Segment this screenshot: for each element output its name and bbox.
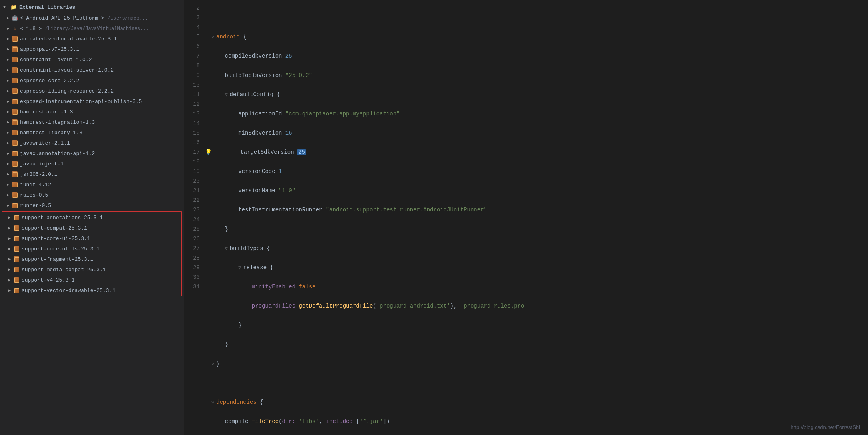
lib-icon — [11, 129, 18, 136]
lib-icon — [11, 119, 18, 125]
code-text[interactable]: ▽android { compileSdkVersion 25 buildToo… — [205, 0, 868, 435]
tree-item-constraint-solver[interactable]: ▶ constraint-layout-solver-1.0.2 — [0, 65, 184, 75]
tree-item-java[interactable]: ▶ ☕ < 1.8 > /Library/Java/JavaVirtualMac… — [0, 23, 184, 34]
tree-item-hamcrest-library[interactable]: ▶ hamcrest-library-1.3 — [0, 127, 184, 138]
code-line-6: ▽defaultConfig { — [211, 90, 868, 99]
lib-icon — [11, 46, 18, 52]
lib-icon — [11, 56, 18, 63]
tree-item-hamcrest-integration[interactable]: ▶ hamcrest-integration-1.3 — [0, 117, 184, 127]
tree-item-jsr305[interactable]: ▶ jsr305-2.0.1 — [0, 169, 184, 179]
lib-icon — [11, 161, 18, 167]
lib-icon — [13, 287, 20, 294]
lib-icon — [13, 246, 20, 252]
tree-item-runner[interactable]: ▶ runner-0.5 — [0, 200, 184, 211]
folder-icon: 📁 — [10, 4, 17, 10]
code-line-22: ▽dependencies { — [211, 397, 868, 407]
tree-item-android-api[interactable]: ▶ 🤖 < Android API 25 Platform > /Users/m… — [0, 13, 184, 23]
tree-item-support-media-compat[interactable]: ▶ support-media-compat-25.3.1 — [2, 264, 181, 275]
lib-icon — [11, 77, 18, 84]
code-line-10: versionCode 1 — [211, 167, 868, 176]
lib-icon — [11, 109, 18, 115]
lib-icon — [11, 98, 18, 105]
tree-item-exposed-instrumentation[interactable]: ▶ exposed-instrumentation-api-publish-0.… — [0, 96, 184, 107]
line-numbers: 2 3 4 5 6 7 8 9 10 11 12 13 14 15 16 17 … — [184, 0, 205, 435]
lib-icon — [11, 88, 18, 94]
code-line-23: compile fileTree(dir: 'libs', include: [… — [211, 417, 868, 426]
tree-item-support-v4[interactable]: ▶ support-v4-25.3.1 — [2, 275, 181, 285]
tree-item-support-vector-drawable[interactable]: ▶ support-vector-drawable-25.3.1 — [2, 285, 181, 296]
tree-item-appcompat[interactable]: ▶ appcompat-v7-25.3.1 — [0, 44, 184, 54]
code-editor[interactable]: 2 3 4 5 6 7 8 9 10 11 12 13 14 15 16 17 … — [184, 0, 868, 435]
code-line-15: ▽release { — [211, 263, 868, 272]
tree-item-support-annotations[interactable]: ▶ support-annotations-25.3.1 — [2, 212, 181, 223]
code-line-18: } — [211, 320, 868, 330]
tree-item-javawriter[interactable]: ▶ javawriter-2.1.1 — [0, 138, 184, 148]
lib-icon — [11, 171, 18, 177]
lib-icon — [13, 235, 20, 242]
code-line-3: ▽android { — [211, 32, 868, 42]
left-panel: ▼ 📁 External Libraries ▶ 🤖 < Android API… — [0, 0, 184, 435]
lib-icon — [11, 202, 18, 209]
tree-item-junit[interactable]: ▶ junit-4.12 — [0, 179, 184, 190]
tree-item-hamcrest-core[interactable]: ▶ hamcrest-core-1.3 — [0, 107, 184, 117]
code-line-9: 💡 targetSdkVersion 25 — [211, 147, 868, 157]
code-line-14: ▽buildTypes { — [211, 244, 868, 253]
code-line-13: } — [211, 224, 868, 234]
code-line-17: proguardFiles getDefaultProguardFile('pr… — [211, 301, 868, 311]
tree-item-support-core-utils[interactable]: ▶ support-core-utils-25.3.1 — [2, 244, 181, 254]
tree-item-rules[interactable]: ▶ rules-0.5 — [0, 190, 184, 200]
tree-item-support-core-ui[interactable]: ▶ support-core-ui-25.3.1 — [2, 233, 181, 244]
lib-icon — [11, 36, 18, 42]
code-line-21 — [211, 378, 868, 388]
code-line-12: testInstrumentationRunner "android.suppo… — [211, 205, 868, 215]
code-line-5: buildToolsVersion "25.0.2" — [211, 70, 868, 80]
tree-item-espresso-core[interactable]: ▶ espresso-core-2.2.2 — [0, 75, 184, 86]
tree-item-espresso-idling[interactable]: ▶ espresso-idling-resource-2.2.2 — [0, 86, 184, 96]
watermark: http://blog.csdn.net/ForrestShi — [791, 424, 860, 430]
section-arrow: ▼ — [3, 5, 10, 10]
lib-icon — [13, 266, 20, 273]
external-libraries-header[interactable]: ▼ 📁 External Libraries — [0, 2, 184, 13]
lib-icon — [13, 277, 20, 283]
lib-icon — [11, 192, 18, 198]
lib-icon — [13, 214, 20, 221]
code-line-8: minSdkVersion 16 — [211, 128, 868, 138]
code-line-11: versionName "1.0" — [211, 186, 868, 195]
tree-item-javax-inject[interactable]: ▶ javax.inject-1 — [0, 159, 184, 169]
lib-icon — [11, 140, 18, 146]
code-line-19: } — [211, 340, 868, 349]
highlighted-support-libraries-group: ▶ support-annotations-25.3.1 ▶ support-c… — [2, 211, 182, 296]
android-icon: 🤖 — [11, 15, 18, 21]
code-line-7: applicationId "com.qianpiaoer.app.myappl… — [211, 109, 868, 119]
tree-item-animated-vector[interactable]: ▶ animated-vector-drawable-25.3.1 — [0, 34, 184, 44]
code-line-2 — [211, 13, 868, 22]
tree-item-javax-annotation[interactable]: ▶ javax.annotation-api-1.2 — [0, 148, 184, 159]
lib-icon — [13, 225, 20, 231]
code-line-16: minifyEnabled false — [211, 282, 868, 292]
lib-icon — [11, 67, 18, 73]
java-icon: ☕ — [11, 25, 18, 32]
section-title: External Libraries — [19, 4, 75, 10]
lib-icon — [11, 181, 18, 188]
tree-item-support-fragment[interactable]: ▶ support-fragment-25.3.1 — [2, 254, 181, 264]
lib-icon — [11, 150, 18, 157]
lib-icon — [13, 256, 20, 262]
tree-item-support-compat[interactable]: ▶ support-compat-25.3.1 — [2, 223, 181, 233]
code-line-4: compileSdkVersion 25 — [211, 51, 868, 61]
tree-item-constraint-layout[interactable]: ▶ constraint-layout-1.0.2 — [0, 54, 184, 65]
code-line-20: ▽} — [211, 359, 868, 369]
